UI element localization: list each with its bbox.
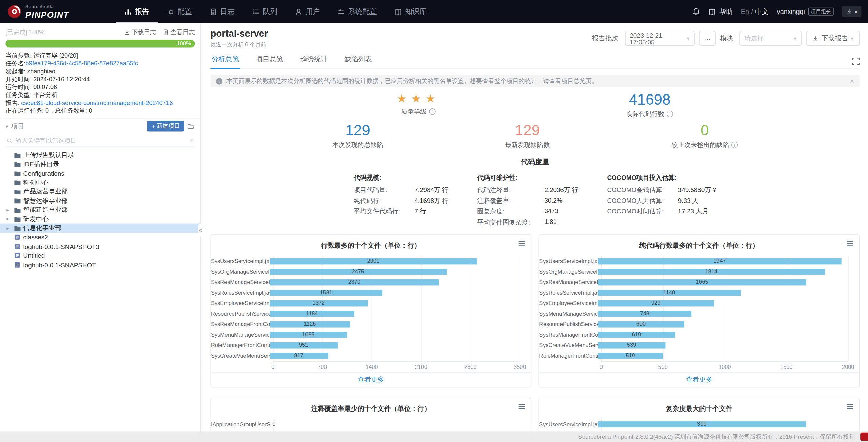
metric-value: 30.2% [544,196,578,205]
nav-item-reports[interactable]: 报告 [116,0,158,23]
chart-rows: SysUsersServiceImpl.java2901SysOrgManage… [211,256,531,361]
tree-item[interactable]: ▸ 上传报告默认目录 [0,151,200,160]
nav-item-label: 日志 [220,7,235,17]
tree-item[interactable]: ▸ IDE插件目录 [0,160,200,169]
module-select[interactable]: 请选择 ▾ [739,31,802,46]
user-menu[interactable]: yanxingqi 项目组长 [777,7,834,16]
metric-value: 349.5880万 ¥ [678,186,716,194]
fullscreen-icon[interactable] [852,58,860,65]
project-search-input[interactable] [16,138,187,144]
chart-title: 复杂度最大的十个文件 [666,404,732,412]
task-info-row: 报告: cscec81-cloud-service-constructmanag… [5,99,195,107]
metric-group-title: COCOMO项目投入估算: [607,174,716,182]
lang-en[interactable]: En [741,8,749,16]
tree-item-label: 上传报告默认目录 [23,151,74,159]
navbar-download-button[interactable]: ▾ [842,6,861,17]
code-metrics: 代码规模: 项目代码量:7.2984万 行纯代码行:4.1698万 行平均文件代… [210,174,860,227]
chart-value-label: 951 [299,342,308,348]
chart-menu-icon[interactable] [846,403,853,410]
chart-value-label: 2901 [367,258,379,264]
tab-trend-stats[interactable]: 趋势统计 [299,51,329,69]
nav-item-knowledge-base[interactable]: 知识库 [386,0,436,23]
view-more-link[interactable]: 查看更多 [358,375,384,384]
chevron-down-icon[interactable]: ▾ [5,123,8,129]
metric-group-cocomo: COCOMO项目投入估算: COCOMO金钱估算:349.5880万 ¥COCO… [607,174,716,227]
nav-item-logs[interactable]: 日志 [201,0,243,23]
chart-menu-icon[interactable] [846,240,853,247]
help-book-icon [709,8,716,15]
chart-category-label: SysOrgManageServiceImpl.j.. [211,269,270,275]
bell-icon[interactable] [693,8,701,16]
chevron-down-icon: ▾ [794,35,796,41]
gear-icon [167,8,174,15]
tab-analysis-overview[interactable]: 分析总览 [210,51,240,69]
tree-item[interactable]: ▸ loghub-0.0.1-SNAPSHOT [0,260,200,269]
task-info-value: 平台分析 [33,91,58,98]
info-icon[interactable] [667,111,673,118]
project-file-icon [14,252,21,259]
tree-item[interactable]: ▸ classes2 [0,233,200,242]
nav-item-queue[interactable]: 队列 [243,0,286,23]
metric-label: COCOMO金钱估算: [607,186,664,194]
tree-item[interactable]: ▸ Untitled [0,251,200,260]
chart-value-label: 1085 [302,331,314,337]
caret-right-icon[interactable]: ▸ [7,207,12,213]
tab-project-overview[interactable]: 项目总览 [255,51,284,69]
sidebar-collapse-handle[interactable]: « [198,224,203,237]
tree-item-label: 研发中心 [23,215,49,223]
metric-value: 3473 [544,207,578,215]
task-info-row: 当前步骤: 运行完毕 [20/20] [5,51,195,59]
feedback-widget[interactable] [860,432,868,440]
report-batch-label: 报告批次: [592,34,620,43]
brand-logo[interactable]: Sourcebrella PINPOINT [7,4,69,19]
metric-value: 2.2036万 行 [544,186,578,194]
chart-menu-icon[interactable] [518,240,525,247]
nav-item-label: 队列 [263,7,277,17]
more-actions-button[interactable]: ··· [699,31,715,46]
lang-separator: / [751,8,753,16]
chart-menu-icon[interactable] [518,403,525,410]
tree-item[interactable]: ▸ 研发中心 [0,214,200,224]
new-project-button[interactable]: + 新建项目 [147,121,184,132]
caret-right-icon[interactable]: ▸ [7,226,12,231]
metric-group-code-size: 代码规模: 项目代码量:7.2984万 行纯代码行:4.1698万 行平均文件代… [354,174,448,227]
code-metrics-title: 代码度量 [210,157,860,167]
metric-label: 圈复杂度: [477,207,530,215]
queue-list-icon [252,8,259,15]
tree-item[interactable]: ▸ loghub-0.0.1-SNAPSHOT3 [0,242,200,251]
report-batch-select[interactable]: 2023-12-21 17:05:05 ▾ [625,31,695,46]
nav-item-users[interactable]: 用户 [286,0,329,23]
tree-item[interactable]: ▸ 智慧运维事业部 [0,196,200,205]
chart-category-label: SysResManageFrontControlle... [211,321,270,327]
open-folder-icon[interactable] [187,123,195,130]
tab-defect-list[interactable]: 缺陷列表 [343,51,373,69]
language-toggle[interactable]: En / 中文 [741,7,769,16]
chart-row: RoleManagerFrontController.j...951 [211,340,531,350]
tree-item[interactable]: ▸ 智能建造事业部 [0,205,200,214]
help-button[interactable]: 帮助 [709,7,732,16]
info-icon[interactable] [731,142,738,148]
view-log-button[interactable]: 查看日志 [163,28,195,36]
chart-value-label: 2475 [352,268,364,274]
lang-zh[interactable]: 中文 [755,7,768,16]
task-info-label: 当前步骤: [5,52,33,59]
tree-item[interactable]: ▸ 信息化事业部 [0,224,200,233]
chart-axis: 0500100015002000 [601,361,848,372]
clear-search-icon[interactable]: × [190,137,194,145]
info-icon[interactable] [429,108,436,115]
chart-value-label: 1665 [696,279,708,285]
download-report-button[interactable]: 下载报告 ▾ [806,31,860,46]
nav-item-config[interactable]: 配置 [158,0,201,23]
tree-item[interactable]: ▸ Configurations [0,169,200,178]
chart-axis-tick: 2100 [415,363,427,370]
chart-category-label: SysCreateVueMenuService... [211,353,270,359]
close-icon[interactable]: × [850,77,854,85]
app-window: Sourcebrella PINPOINT 报告 配置 日志 队列 [0,0,868,442]
chart-category-label: SysCreateVueMenuService... [539,342,598,348]
nav-item-system-config[interactable]: 系统配置 [329,0,386,23]
caret-right-icon[interactable]: ▸ [7,216,12,222]
tree-item[interactable]: ▸ 科创中心 [0,178,200,187]
tree-item[interactable]: ▸ 产品运营事业部 [0,187,200,196]
view-more-link[interactable]: 查看更多 [686,375,712,384]
download-log-button[interactable]: 下载日志 [124,28,156,36]
